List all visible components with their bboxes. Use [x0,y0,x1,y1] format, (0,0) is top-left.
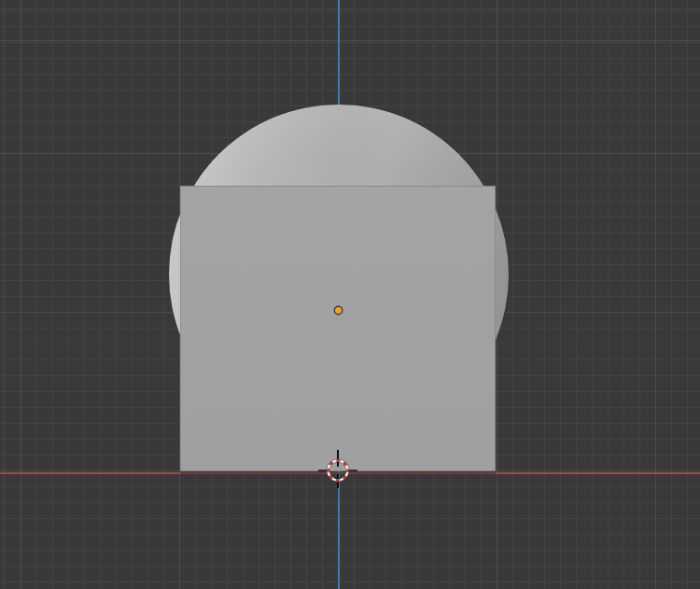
object-origin-dot[interactable] [335,307,342,314]
cube-object[interactable] [180,186,496,471]
3d-cursor-icon [317,449,358,492]
3d-cursor[interactable] [317,449,358,492]
3d-viewport[interactable] [0,0,700,589]
